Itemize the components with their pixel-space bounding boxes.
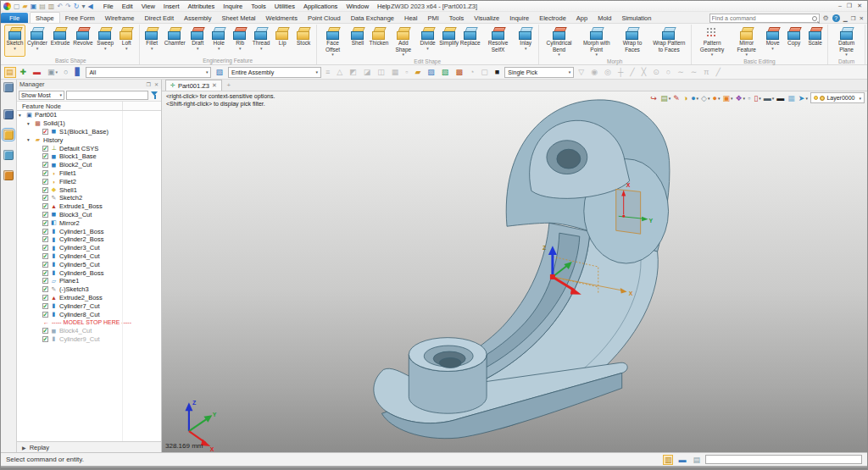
ribbon-tab[interactable]: File — [1, 13, 28, 23]
manager-tab-role-icon[interactable] — [3, 170, 14, 180]
folder-icon[interactable]: ▰ — [413, 67, 423, 78]
qat-dropdown-icon[interactable]: ▾ — [82, 3, 86, 10]
ribbon-tab[interactable]: Assembly — [179, 13, 217, 23]
ribbon-tab[interactable]: Sheet Metal — [217, 13, 261, 23]
ribbon-button-mirror-feature[interactable]: Mirror Feature ▾ — [731, 25, 762, 58]
feature-checkbox[interactable]: ✓ — [42, 146, 48, 152]
print-icon[interactable]: ▤ — [39, 3, 46, 10]
snap-spline-icon[interactable]: ∼ — [689, 67, 700, 78]
tree-expander-icon[interactable]: ▾ — [27, 137, 34, 142]
save-icon[interactable]: ▣ — [31, 3, 37, 10]
feature-checkbox[interactable]: ✓ — [42, 312, 48, 318]
new-tab-button[interactable]: + — [222, 80, 236, 91]
scope-icon[interactable]: ▧ — [214, 67, 225, 78]
ribbon-button-chamfer[interactable]: Chamfer — [163, 25, 187, 57]
tree-item[interactable]: ✓ ▮ Cylinder3_Cut — [17, 244, 161, 252]
float-panel-icon[interactable]: ❐ — [147, 81, 151, 87]
ribbon-tab[interactable]: PMI — [422, 13, 443, 23]
prompt-window-icon[interactable]: ▥ — [663, 455, 674, 465]
tree-item[interactable]: ✓ ✎ (-)Sketch3 — [17, 285, 161, 294]
tree-item[interactable]: ▾ ▩ Solid(1) — [17, 119, 161, 128]
menu-item[interactable]: File — [100, 3, 117, 10]
feature-checkbox[interactable]: ✓ — [42, 262, 48, 268]
feature-checkbox[interactable]: ✓ — [42, 236, 48, 242]
visual-manager-icon[interactable]: ▤▾ — [660, 94, 670, 102]
snap-pi-icon[interactable]: π — [702, 67, 711, 78]
black-bar-icon[interactable]: ▬ — [776, 94, 785, 102]
ribbon-button-copy[interactable]: Copy — [783, 25, 804, 58]
tree-item[interactable]: ✓ ▮ Cylinder5_Cut — [17, 260, 161, 268]
ribbon-button-loft[interactable]: Loft ▾ — [116, 25, 137, 57]
gray-icon[interactable]: ◫ — [376, 67, 387, 78]
ribbon-button-replace[interactable]: Replace — [459, 25, 481, 58]
ribbon-button-wrap-to-faces[interactable]: Wrap to Faces — [615, 25, 649, 58]
ribbon-tab[interactable]: Tools — [444, 13, 470, 23]
menu-item[interactable]: Window — [342, 3, 372, 10]
feature-checkbox[interactable]: ✓ — [42, 212, 48, 218]
help-icon[interactable]: ? — [832, 14, 840, 22]
tree-item[interactable]: ✓ ◗ Fillet1 — [17, 169, 161, 178]
background-icon[interactable]: ▣▾ — [723, 94, 733, 102]
gray-icon[interactable]: ▽ — [576, 67, 587, 78]
ribbon-button-simplify[interactable]: Simplify — [438, 25, 459, 58]
pin-icon[interactable]: ◀ — [88, 3, 93, 10]
gray-icon[interactable]: ▦ — [390, 67, 402, 78]
close-panel-icon[interactable]: ✕ — [154, 81, 159, 87]
feature-checkbox[interactable]: ✓ — [42, 162, 48, 168]
tree-item[interactable]: ✓ ◼ Block3_Cut — [17, 211, 161, 219]
regen-icon[interactable]: ↻ — [74, 3, 80, 10]
tree-item[interactable]: ✓ ◆ Shell1 — [17, 185, 161, 194]
ribbon-tab[interactable]: Wireframe — [100, 13, 140, 23]
ribbon-button-face-offset[interactable]: Face Offset ▾ — [319, 25, 348, 58]
refresh-icon[interactable]: ○ — [62, 67, 70, 78]
scope-combo[interactable]: Entire Assembly▾ — [228, 67, 321, 78]
find-command-input[interactable] — [712, 15, 812, 21]
display-icon[interactable]: ▬ — [676, 455, 687, 465]
screen-icon[interactable]: ▬▾ — [764, 94, 775, 102]
gray-icon[interactable]: ◩ — [348, 67, 359, 78]
tree-item[interactable]: ✓ ⊥ Default CSYS — [17, 144, 161, 152]
tree-item[interactable]: ✓ ▮ Cylinder7_Cut — [17, 301, 161, 310]
find-command-box[interactable] — [709, 14, 820, 23]
document-tab[interactable]: ✛ Part001.Z3 ✕ — [165, 80, 222, 91]
hide-icon[interactable]: ▬ — [31, 67, 43, 78]
ribbon-button-fillet[interactable]: Fillet ▾ — [142, 25, 163, 57]
paint-icon[interactable]: ✎ — [673, 94, 681, 102]
ribbon-tab[interactable]: Simulation — [616, 13, 656, 23]
ribbon-tab[interactable]: Mold — [593, 13, 616, 23]
snap-line-icon[interactable]: ╱ — [628, 67, 637, 78]
zoom-window-icon[interactable]: ▫ — [748, 94, 751, 102]
render-display-icon[interactable]: ●▾ — [713, 94, 721, 102]
feature-checkbox[interactable]: ✓ — [42, 278, 48, 284]
feature-checkbox[interactable]: ✓ — [42, 253, 48, 259]
tree-item[interactable]: ▾ ▣ Part001 — [17, 111, 161, 119]
manager-tab-history-icon[interactable] — [3, 82, 14, 92]
ribbon-button-thicken[interactable]: Thicken — [368, 25, 389, 58]
gray-icon[interactable]: △ — [335, 67, 345, 78]
menu-item[interactable]: Edit — [119, 3, 136, 10]
clip-plane-icon[interactable]: ▯▾ — [754, 94, 760, 102]
ribbon-tab[interactable]: Data Exchange — [346, 13, 399, 23]
ribbon-button-cylinder[interactable]: Cylinder ▾ — [25, 25, 49, 57]
filter-funnel-icon[interactable] — [150, 91, 159, 100]
ribbon-button-datum-plane[interactable]: Datum Plane ▾ — [830, 25, 863, 58]
green-icon[interactable]: ▧ — [440, 67, 452, 78]
show-hide-icon[interactable]: ▤ — [4, 67, 16, 78]
ribbon-button-hole[interactable]: Hole ▾ — [209, 25, 230, 57]
tree-item[interactable]: ✓ ◗ Fillet2 — [17, 177, 161, 185]
ribbon-tab[interactable]: Direct Edit — [139, 13, 179, 23]
ribbon-tab[interactable]: Weldments — [261, 13, 303, 23]
feature-checkbox[interactable]: ✓ — [42, 286, 48, 292]
viewport-canvas[interactable]: X Y X Z — [162, 91, 867, 452]
shade-fast-icon[interactable]: ◑ — [683, 94, 688, 102]
close-button[interactable]: ✕ — [857, 3, 862, 9]
ribbon-button-lip[interactable]: Lip — [272, 25, 293, 57]
ribbon-tab[interactable]: Point Cloud — [303, 13, 346, 23]
ribbon-button-extrude[interactable]: Extrude — [49, 25, 71, 57]
tree-expander-icon[interactable]: ▾ — [27, 121, 34, 126]
ribbon-button-sweep[interactable]: Sweep ▾ — [95, 25, 116, 57]
feature-checkbox[interactable]: ✓ — [42, 303, 48, 309]
doc-restore-button[interactable]: ❐ — [851, 15, 856, 22]
filter-combo[interactable]: All▾ — [86, 67, 211, 78]
gray-icon[interactable]: ◪ — [362, 67, 374, 78]
